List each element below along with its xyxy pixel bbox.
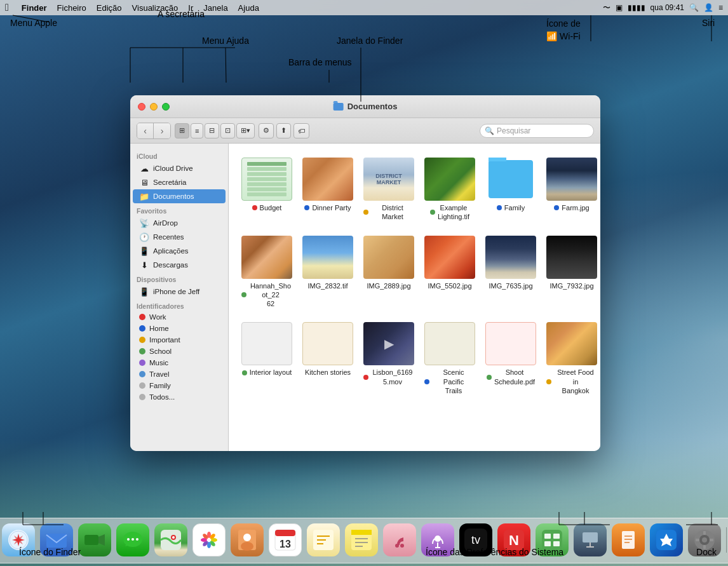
dock-item-calendar[interactable]: 13	[267, 522, 303, 558]
sidebar-item-icloud-drive[interactable]: ☁ iCloud Drive	[133, 161, 226, 175]
wifi-icon[interactable]: 〜	[603, 3, 610, 13]
secretaria-icon: 🖥	[139, 177, 149, 187]
file-family[interactable]: Family	[483, 154, 539, 226]
sidebar-tag-school[interactable]: School	[133, 346, 226, 357]
svg-rect-86	[703, 531, 706, 535]
file-budget[interactable]: Budget	[239, 154, 295, 226]
descargas-icon: ⬇	[139, 260, 149, 270]
street-food-label: Street Food inBangkok	[546, 368, 597, 395]
menubar-app-name[interactable]: Finder	[22, 3, 47, 13]
file-interior-layout[interactable]: Interior layout	[239, 318, 295, 399]
dock-item-maps[interactable]	[153, 522, 189, 558]
list-view-btn[interactable]: ≡	[191, 123, 203, 138]
budget-dot	[252, 205, 257, 210]
kitchen-label: Kitchen stories	[305, 368, 351, 377]
spotlight-icon[interactable]: 🔍	[689, 3, 699, 12]
back-button[interactable]: ‹	[137, 123, 154, 138]
sidebar-tag-important[interactable]: Important	[133, 334, 226, 346]
battery-icon[interactable]: ▮▮▮▮	[628, 3, 645, 12]
annotation-menu-apple: Menu Apple	[10, 18, 57, 28]
file-kitchen-stories[interactable]: Kitchen stories	[300, 318, 356, 399]
file-farm[interactable]: Farm.jpg	[544, 154, 600, 226]
dock-item-facetime[interactable]	[77, 522, 112, 558]
tag-dot-todos	[139, 394, 145, 400]
sidebar-item-documentos[interactable]: 📁 Documentos	[133, 189, 226, 203]
file-shoot-schedule[interactable]: ShootSchedule.pdf	[483, 318, 539, 399]
view-options-btn[interactable]: ⊞▾	[236, 123, 255, 138]
sidebar-item-iphone[interactable]: 📱 iPhone de Jeff	[133, 285, 226, 299]
svg-rect-73	[544, 541, 551, 546]
icon-view-btn[interactable]: ⊞	[175, 123, 189, 138]
file-dinner-party[interactable]: Dinner Party	[300, 154, 356, 226]
shoot-dot	[487, 375, 492, 380]
clock: qua 09:41	[650, 3, 684, 12]
share-btn[interactable]: ⬆	[276, 123, 291, 138]
icloud-drive-icon: ☁	[139, 163, 149, 173]
family-label: Family	[497, 203, 525, 212]
dock-item-photos[interactable]	[191, 522, 227, 558]
airdrop-label: AirDrop	[153, 219, 178, 227]
interior-layout-label: Interior layout	[242, 368, 292, 377]
sidebar-item-secretaria[interactable]: 🖥 Secretária	[133, 175, 226, 189]
sidebar-item-recentes[interactable]: 🕐 Recentes	[133, 230, 226, 244]
tag-label-todos: Todos...	[149, 393, 175, 401]
dock-item-reminders[interactable]	[306, 522, 341, 558]
file-img2832[interactable]: IMG_2832.tif	[300, 232, 356, 313]
file-img7932[interactable]: IMG_7932.jpg	[544, 232, 600, 313]
user-icon[interactable]: 👤	[704, 3, 713, 12]
action-btn[interactable]: ⚙	[259, 123, 274, 138]
file-scenic-pacific[interactable]: Scenic PacificTrails	[422, 318, 478, 399]
recentes-label: Recentes	[153, 233, 184, 241]
sidebar-tag-work[interactable]: Work	[133, 311, 226, 323]
sidebar-item-airdrop[interactable]: 📡 AirDrop	[133, 216, 226, 230]
file-lisbon-mov[interactable]: Lisbon_61695.mov	[361, 318, 417, 399]
file-example-lighting[interactable]: ExampleLighting.tif	[422, 154, 478, 226]
dinner-party-thumbnail	[302, 158, 353, 201]
menubar-ajuda[interactable]: Ajuda	[238, 3, 259, 13]
sidebar-item-descargas[interactable]: ⬇ Descargas	[133, 258, 226, 272]
pages-dock-icon	[612, 523, 645, 556]
apple-menu[interactable]: 	[5, 2, 9, 13]
hannah-label: Hannah_Shoot_2262	[241, 281, 292, 309]
dock-item-messages[interactable]	[115, 522, 151, 558]
sidebar-tag-home[interactable]: Home	[133, 323, 226, 334]
file-img7635[interactable]: IMG_7635.jpg	[483, 232, 539, 313]
sidebar-tag-music[interactable]: Music	[133, 357, 226, 368]
dock-item-appstore[interactable]	[649, 522, 684, 558]
dock-item-notes[interactable]	[344, 522, 379, 558]
column-view-btn[interactable]: ⊟	[205, 123, 219, 138]
dock-item-music[interactable]	[382, 522, 417, 558]
dock-item-contacts[interactable]	[229, 522, 265, 558]
sidebar-tag-travel[interactable]: Travel	[133, 368, 226, 380]
forward-button[interactable]: ›	[154, 123, 170, 138]
svg-rect-88	[696, 539, 699, 541]
menubar-ficheiro[interactable]: Ficheiro	[57, 3, 86, 13]
dock-item-pages[interactable]	[610, 522, 646, 558]
contacts-dock-icon	[231, 523, 264, 556]
dock-item-keynote[interactable]	[572, 522, 608, 558]
screen-icon[interactable]: ▣	[616, 3, 623, 12]
annotation-menu-ajuda: Menu Ajuda	[202, 36, 249, 46]
edit-tags-btn[interactable]: 🏷	[293, 123, 309, 138]
svg-point-62	[400, 544, 404, 548]
shoot-schedule-label: ShootSchedule.pdf	[487, 368, 535, 386]
minimize-button[interactable]	[150, 103, 158, 111]
gallery-view-btn[interactable]: ⊡	[220, 123, 235, 138]
file-street-food[interactable]: Street Food inBangkok	[544, 318, 600, 399]
menubar-edicao[interactable]: Edição	[97, 3, 122, 13]
sidebar-tag-todos[interactable]: Todos...	[133, 391, 226, 403]
search-bar[interactable]: 🔍 Pesquisar	[480, 124, 594, 138]
file-img2889[interactable]: IMG_2889.jpg	[361, 232, 417, 313]
menubar:  Finder Ficheiro Edição Visualização Ir…	[0, 0, 728, 15]
search-icon: 🔍	[485, 126, 494, 135]
file-district-market[interactable]: DISTRICTMARKET District Market	[361, 154, 417, 226]
sidebar-item-aplicacoes[interactable]: 📱 Aplicações	[133, 244, 226, 258]
menubar-janela[interactable]: Janela	[203, 3, 227, 13]
control-center-icon[interactable]: ≡	[718, 3, 723, 12]
close-button[interactable]	[138, 103, 145, 111]
file-hannah-shoot[interactable]: Hannah_Shoot_2262	[239, 232, 295, 313]
file-img5502[interactable]: IMG_5502.jpg	[422, 232, 478, 313]
sidebar-tag-family[interactable]: Family	[133, 380, 226, 391]
dock-separator	[726, 527, 727, 553]
maximize-button[interactable]	[162, 103, 170, 111]
